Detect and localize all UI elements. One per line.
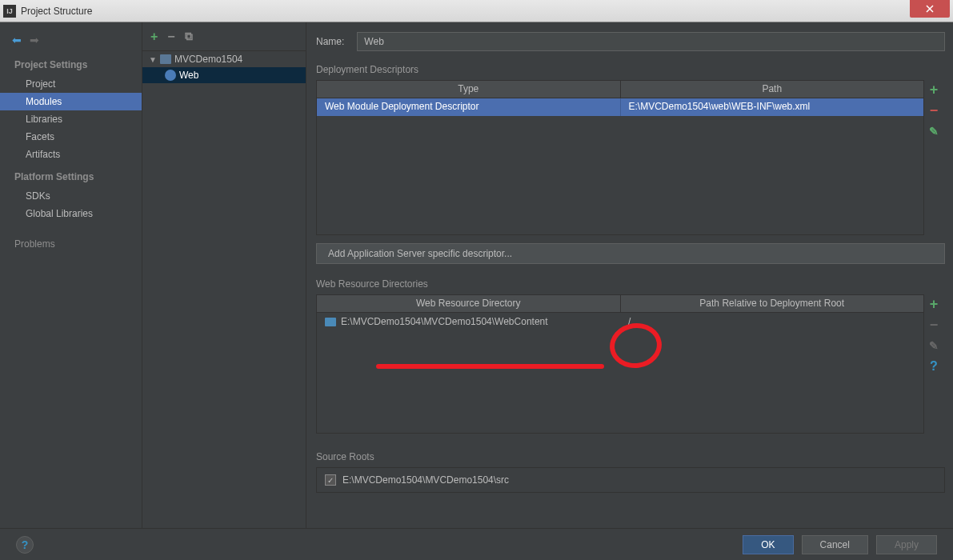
wrd-remove-button[interactable]: − xyxy=(926,317,942,333)
app-icon: IJ xyxy=(3,5,16,18)
module-tree-panel: + − ⧉ ▼ MVCDemo1504 Web xyxy=(142,22,306,528)
web-resource-dirs-label: Web Resource Directories xyxy=(316,278,945,290)
wrd-header-relpath: Path Relative to Deployment Root xyxy=(621,295,924,312)
source-root-path: E:\MVCDemo1504\MVCDemo1504\src xyxy=(342,474,509,486)
dd-header-type: Type xyxy=(317,81,621,98)
help-button[interactable]: ? xyxy=(16,536,34,554)
deployment-table: Type Path Web Module Deployment Descript… xyxy=(316,80,924,235)
titlebar: IJ Project Structure xyxy=(0,0,953,22)
web-resource-table: Web Resource Directory Path Relative to … xyxy=(316,294,924,434)
content-panel: Name: Deployment Descriptors Type Path W… xyxy=(306,22,953,528)
nav-toolbar: ⬅ ➡ xyxy=(0,29,142,51)
tree-root-label: MVCDemo1504 xyxy=(174,54,242,65)
source-root-checkbox[interactable]: ✓ xyxy=(325,474,336,486)
nav-facets[interactable]: Facets xyxy=(0,128,142,146)
dd-row-type: Web Module Deployment Descriptor xyxy=(317,98,621,116)
nav-problems[interactable]: Problems xyxy=(0,222,142,254)
wrd-row-dir: E:\MVCDemo1504\MVCDemo1504\WebContent xyxy=(341,316,548,327)
nav-project[interactable]: Project xyxy=(0,75,142,93)
tree-child-label: Web xyxy=(179,70,198,81)
dd-add-button[interactable]: + xyxy=(926,82,942,98)
window-title: Project Structure xyxy=(21,6,910,17)
tree-copy-icon[interactable]: ⧉ xyxy=(185,30,193,43)
cancel-button[interactable]: Cancel xyxy=(802,535,868,554)
nav-artifacts[interactable]: Artifacts xyxy=(0,146,142,163)
deployment-descriptors-label: Deployment Descriptors xyxy=(316,64,945,75)
dd-row[interactable]: Web Module Deployment Descriptor E:\MVCD… xyxy=(317,98,923,116)
bottom-bar: ? OK Cancel Apply xyxy=(0,528,953,560)
dd-edit-button[interactable]: ✎ xyxy=(926,123,942,139)
tree-toolbar: + − ⧉ xyxy=(142,22,306,51)
wrd-edit-button[interactable]: ✎ xyxy=(926,338,942,354)
folder-icon xyxy=(325,318,336,326)
apply-button: Apply xyxy=(876,535,937,554)
source-roots-label: Source Roots xyxy=(316,451,945,462)
nav-global-libraries[interactable]: Global Libraries xyxy=(0,205,142,222)
name-input[interactable] xyxy=(357,32,945,51)
main-area: ⬅ ➡ Project Settings Project Modules Lib… xyxy=(0,22,953,528)
platform-settings-header: Platform Settings xyxy=(0,163,142,187)
web-icon xyxy=(165,70,176,81)
tree-node-web[interactable]: Web xyxy=(142,67,306,83)
tree-expand-icon[interactable]: ▼ xyxy=(149,55,157,64)
nav-forward-icon: ➡ xyxy=(30,34,39,46)
source-root-item[interactable]: ✓ E:\MVCDemo1504\MVCDemo1504\src xyxy=(316,467,945,493)
nav-libraries[interactable]: Libraries xyxy=(0,110,142,128)
module-icon xyxy=(160,54,171,64)
tree-node-root[interactable]: ▼ MVCDemo1504 xyxy=(142,51,306,67)
left-nav-panel: ⬅ ➡ Project Settings Project Modules Lib… xyxy=(0,22,142,528)
wrd-add-button[interactable]: + xyxy=(926,296,942,312)
wrd-help-button[interactable]: ? xyxy=(926,358,942,374)
ok-button[interactable]: OK xyxy=(743,535,793,554)
nav-back-icon[interactable]: ⬅ xyxy=(12,34,22,46)
dd-row-path: E:\MVCDemo1504\web\WEB-INF\web.xml xyxy=(621,98,924,116)
project-settings-header: Project Settings xyxy=(0,51,142,75)
close-button[interactable] xyxy=(910,0,950,18)
tree-remove-icon[interactable]: − xyxy=(167,30,174,44)
nav-modules[interactable]: Modules xyxy=(0,93,142,110)
name-label: Name: xyxy=(316,36,344,47)
dd-remove-button[interactable]: − xyxy=(926,102,942,118)
wrd-row[interactable]: E:\MVCDemo1504\MVCDemo1504\WebContent / xyxy=(317,313,923,330)
wrd-row-relpath: / xyxy=(620,316,923,327)
add-server-descriptor-button[interactable]: Add Application Server specific descript… xyxy=(316,243,945,264)
dd-header-path: Path xyxy=(621,81,924,98)
nav-sdks[interactable]: SDKs xyxy=(0,187,142,205)
tree-add-icon[interactable]: + xyxy=(150,30,158,44)
wrd-header-dir: Web Resource Directory xyxy=(317,295,621,312)
